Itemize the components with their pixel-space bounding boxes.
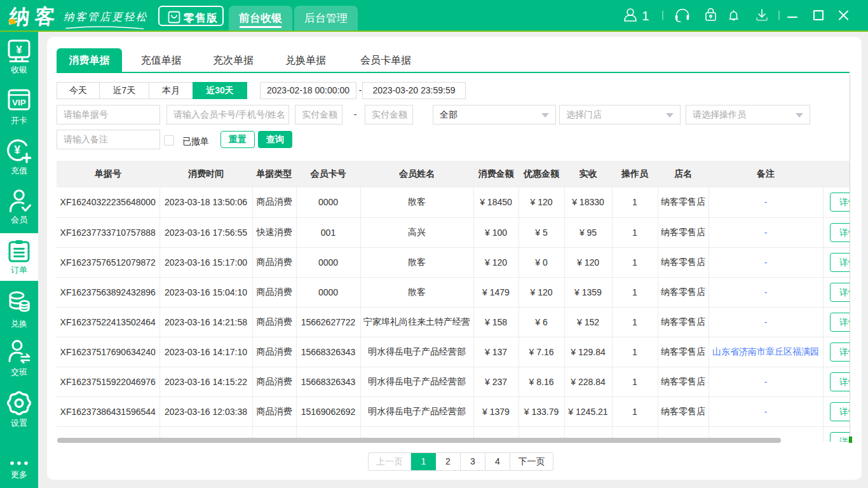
svg-text:1: 1 — [642, 8, 649, 23]
svg-text:VIP: VIP — [12, 98, 26, 107]
svg-text:¥: ¥ — [16, 44, 22, 56]
svg-text:¥: ¥ — [14, 144, 20, 156]
